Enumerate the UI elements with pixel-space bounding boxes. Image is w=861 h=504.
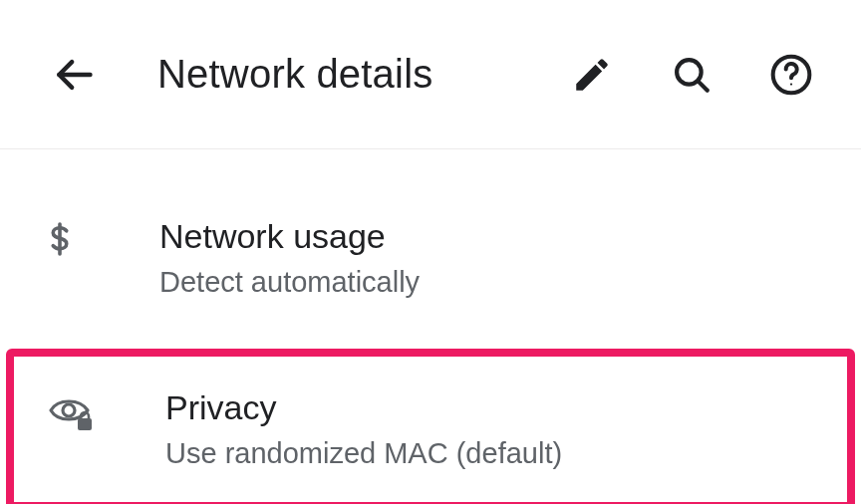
search-button[interactable] xyxy=(664,47,719,103)
svg-line-2 xyxy=(698,81,708,91)
svg-point-4 xyxy=(790,83,792,85)
svg-point-6 xyxy=(63,404,75,416)
search-icon xyxy=(671,54,713,96)
app-bar-actions xyxy=(564,47,819,103)
help-button[interactable] xyxy=(763,47,819,103)
svg-rect-7 xyxy=(78,418,92,430)
eye-lock-icon xyxy=(14,386,165,432)
item-network-usage[interactable]: Network usage Detect automatically xyxy=(0,193,861,327)
item-title: Privacy xyxy=(165,386,847,429)
item-subtitle: Use randomized MAC (default) xyxy=(165,435,847,473)
dollar-icon xyxy=(0,215,159,257)
item-subtitle: Detect automatically xyxy=(159,264,861,302)
item-privacy[interactable]: Privacy Use randomized MAC (default) xyxy=(14,367,847,492)
app-bar: Network details xyxy=(0,0,861,149)
pencil-icon xyxy=(571,54,613,96)
page-title: Network details xyxy=(157,52,564,97)
settings-list: Network usage Detect automatically xyxy=(0,149,861,504)
back-button[interactable] xyxy=(46,47,102,103)
help-icon xyxy=(769,53,813,97)
item-title: Network usage xyxy=(159,215,861,258)
arrow-back-icon xyxy=(52,53,96,97)
edit-button[interactable] xyxy=(564,47,620,103)
highlight-frame: Privacy Use randomized MAC (default) xyxy=(6,349,855,504)
